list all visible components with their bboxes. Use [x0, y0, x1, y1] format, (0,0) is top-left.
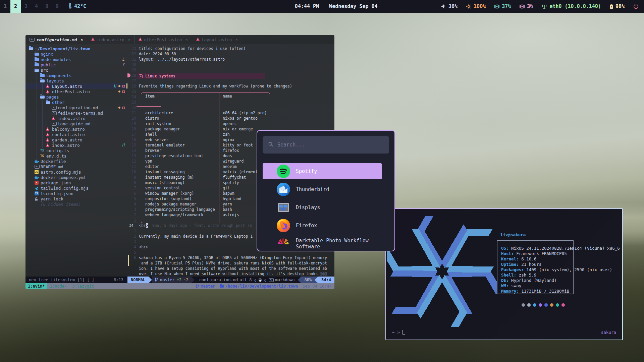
temperature-value: 42°C — [74, 3, 86, 9]
tree-item-public[interactable]: public? — [25, 62, 127, 67]
tree-badge: ? — [122, 62, 125, 67]
tree-item-Layout.astro[interactable]: Layout.astroH — [25, 83, 127, 89]
tree-item-yarn.lock[interactable]: yarn.lock — [25, 196, 127, 201]
close-icon[interactable]: × — [128, 38, 130, 42]
tree-item-index.astro[interactable]: index.astroH — [25, 142, 127, 148]
fetch-entry-host: Host: Framework FRANMDCP05 — [501, 251, 621, 256]
workspace-8[interactable]: 8 — [42, 0, 52, 13]
tree-item-components[interactable]: components — [25, 73, 127, 78]
tab-Layout.astro[interactable]: Layout.astro× — [192, 35, 242, 44]
folder-icon — [35, 69, 41, 72]
modified-dot-badge — [118, 107, 120, 109]
close-icon[interactable]: × — [80, 38, 83, 42]
tree-item-label: index.astro — [58, 116, 86, 121]
tmux-window-node[interactable]: 2:node- — [47, 283, 70, 289]
battery-module[interactable]: 98% — [610, 3, 625, 9]
launcher-item-firefox[interactable]: Firefox — [257, 217, 394, 235]
tree-item-index.astro[interactable]: index.astro — [25, 116, 127, 121]
close-icon[interactable]: × — [235, 38, 238, 42]
tmux-window-nvim[interactable]: 1:nvim* — [25, 283, 47, 289]
editor-line: 26Favorite things regarding Linux and my… — [127, 83, 334, 89]
search-input[interactable] — [277, 142, 384, 148]
tree-item-tone-guide.md[interactable]: M↓tone-guide.md — [25, 121, 127, 126]
prompt-symbol: > — [397, 330, 400, 335]
tree-item-node-modules[interactable]: node_modulesE — [25, 57, 127, 62]
tree-item-pages[interactable]: pages — [25, 94, 127, 100]
workspace-2[interactable]: 2 — [10, 0, 21, 13]
tree-item--6-hidden-items-[interactable]: (6 hidden items) — [25, 201, 127, 207]
volume-module[interactable]: 36% — [441, 3, 458, 9]
tree-item-docker-compose.yml[interactable]: docker-compose.yml — [25, 175, 127, 180]
tree-item-label: tsconfig.json — [41, 191, 73, 196]
file-icon: M↓ — [52, 111, 58, 115]
tree-item-config.ts[interactable]: TSconfig.ts — [25, 148, 127, 153]
workspace-3[interactable]: 3 — [21, 0, 31, 13]
tree-item-README.md[interactable]: M↓README.md — [25, 164, 127, 169]
workspace-4[interactable]: 4 — [31, 0, 42, 13]
unstaged-square-badge — [122, 85, 125, 87]
tmux-window-lazygit[interactable]: 3:lazygit — [69, 283, 97, 289]
power-module[interactable] — [633, 4, 639, 9]
brightness-module[interactable]: 100% — [466, 3, 486, 9]
file-tree-panel[interactable]: ~/Development/liv.townnginxnode_modulesE… — [25, 44, 127, 277]
editor-line: 6sakura has a Ryzen 5 7640U, 32GB of DDR… — [127, 255, 334, 260]
statusline-separator: ❮ — [254, 277, 256, 283]
table-cell-item: shell — [141, 132, 219, 137]
launcher-item-darktable[interactable]: Darktable Photo Workflow Software — [257, 235, 394, 251]
tab-index.astro[interactable]: index.astro× — [87, 35, 134, 44]
tab-label: otherPost.astro — [144, 37, 182, 42]
tree-item-other[interactable]: other — [25, 100, 127, 105]
tree-item-src[interactable]: src — [25, 67, 127, 73]
tab-configuration.md[interactable]: M↓configuration.md× — [25, 35, 87, 44]
tree-item--Development-liv.town[interactable]: ~/Development/liv.town — [25, 46, 127, 51]
tree-item-env.d.ts[interactable]: TSenv.d.ts — [25, 153, 127, 159]
astro-icon — [91, 37, 95, 42]
table-cell-item: music (streaming) — [141, 180, 219, 185]
desktop: 123489 42°C 04:44 PM Wednesday Sep 04 36… — [0, 0, 644, 362]
table-cell-item: instant messaging — [141, 169, 219, 175]
cpu-module[interactable]: 37% — [494, 3, 511, 9]
tree-item-astro.config.mjs[interactable]: JSastro.config.mjs — [25, 169, 127, 175]
tree-item-nginx[interactable]: nginx — [25, 51, 127, 57]
tree-item-otherPost.astro[interactable]: otherPost.astro — [25, 89, 127, 94]
markdown-heading: 1Linux systems — [137, 73, 265, 79]
tree-badge: H — [122, 143, 125, 147]
tab-label: Layout.astro — [202, 37, 232, 42]
tree-item-label: ~/Development/liv.town — [35, 46, 91, 51]
tree-item-configuration.md[interactable]: M↓configuration.md — [25, 105, 127, 110]
shell-prompt[interactable]: ~ > — [392, 329, 405, 335]
file-icon: TS — [35, 191, 41, 195]
table-cell-item: instant messaging (m) — [141, 175, 219, 180]
tree-item-Dockerfile[interactable]: Dockerfile — [25, 159, 127, 164]
workspace-9[interactable]: 9 — [52, 0, 62, 13]
workspace-1[interactable]: 1 — [0, 0, 10, 13]
date-value: Wednesday Sep 04 — [329, 3, 378, 9]
memory-module[interactable]: 3% — [520, 3, 533, 9]
spotify-icon — [277, 165, 290, 178]
close-icon[interactable]: × — [185, 38, 188, 42]
tree-item-contact.astro[interactable]: contact.astro — [25, 132, 127, 137]
tree-item-fediverse-terms.md[interactable]: M↓fediverse-terms.md — [25, 110, 127, 116]
launcher-item-thunderbird[interactable]: Thunderbird — [257, 180, 394, 198]
git-blame-text: You, 5 days ago - feat: write rough post… — [152, 223, 252, 228]
tree-item-layouts[interactable]: layouts — [25, 78, 127, 83]
tree-item-tailwind.config.mjs[interactable]: tailwind.config.mjs — [25, 185, 127, 191]
module-value: 98% — [615, 3, 625, 9]
network-module[interactable]: eth0 (10.0.0.140) — [542, 3, 601, 9]
temperature-module[interactable]: 42°C — [68, 3, 86, 10]
table-row: music (streaming)spotify — [141, 180, 270, 185]
launcher-item-spotify[interactable]: Spotify — [257, 162, 394, 180]
palette-dot — [561, 303, 565, 307]
tree-item-package.json[interactable]: npackage.json — [25, 180, 127, 185]
launcher-search-box[interactable] — [263, 136, 389, 154]
h1-icon: 1 — [139, 74, 143, 78]
tree-item-garden.astro[interactable]: garden.astro — [25, 137, 127, 142]
table-row: terminal emulatorkitty or foot — [141, 142, 270, 148]
fetch-entry-kernel: Kernel: 6.10.6 — [501, 256, 621, 262]
tab-otherPost.astro[interactable]: otherPost.astro× — [134, 35, 192, 44]
tree-item-tsconfig.json[interactable]: TStsconfig.json — [25, 191, 127, 196]
tree-item-balcony.astro[interactable]: balcony.astro — [25, 126, 127, 132]
launcher-item-displays[interactable]: Displays — [257, 198, 394, 217]
editor-line: 30--- — [127, 62, 334, 67]
fastfetch-terminal-window[interactable]: liv@sakura OS: NixOS 24.11.20240828.71e9… — [385, 208, 623, 340]
